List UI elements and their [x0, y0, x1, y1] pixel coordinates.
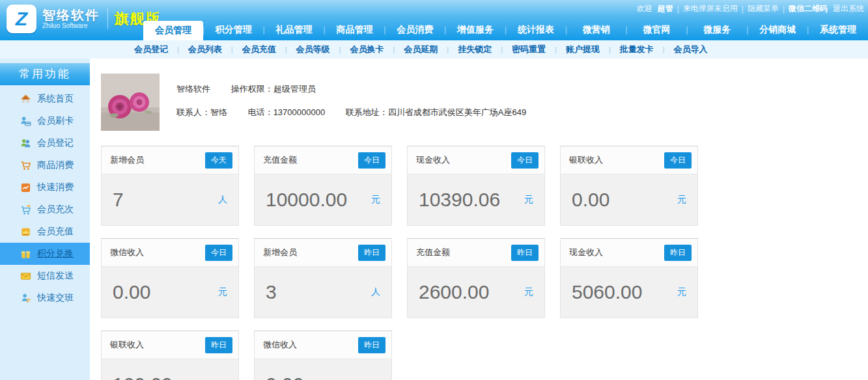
stat-card-unit: 人	[218, 194, 227, 206]
profile-info: 智络软件 操作权限：超级管理员 联系人：智络 电话：13700000000 联系…	[176, 74, 544, 131]
stat-card-unit: 元	[371, 194, 380, 206]
stat-card-header: 微信收入今日	[102, 239, 238, 267]
main-nav-tab-10[interactable]: 微服务	[687, 20, 747, 40]
sidebar-item[interactable]: 会员充值	[0, 221, 90, 243]
subnav-item-3[interactable]: 会员充值	[233, 44, 285, 55]
stat-cards: 新增会员今天7人充值金额今日10000.00元现金收入今日10390.06元银联…	[101, 146, 720, 380]
stat-card-period-badge[interactable]: 昨日	[358, 245, 385, 261]
stat-card-period-badge[interactable]: 昨日	[358, 337, 385, 353]
stat-card-title: 银联收入	[569, 154, 603, 166]
stat-card-value: 10390.06	[419, 189, 500, 211]
main-nav-tab-6[interactable]: 增值服务	[445, 20, 505, 40]
stat-card-value: 2600.00	[419, 281, 489, 303]
zhiluo-logo-icon: Z	[7, 5, 36, 33]
stat-card-body: 7人	[102, 174, 238, 225]
sidebar-item[interactable]: 会员刷卡	[0, 110, 90, 132]
sidebar-item[interactable]: 会员充次	[0, 198, 90, 221]
hide-menu-link[interactable]: 隐藏菜单	[748, 3, 779, 14]
sidebar-title: 常用功能	[0, 63, 90, 85]
call-popup-status-link[interactable]: 来电弹屏未启用	[683, 3, 738, 14]
stat-card-body: 3人	[255, 267, 391, 318]
profile-row-1: 智络软件 操作权限：超级管理员	[176, 83, 544, 95]
stat-card-header: 充值金额昨日	[408, 239, 544, 267]
stat-card-header: 现金收入昨日	[561, 239, 697, 267]
main-nav-tab-3[interactable]: 礼品管理	[264, 20, 324, 40]
sidebar-item-label: 商品消费	[37, 159, 74, 171]
logo-letter: Z	[16, 9, 27, 29]
main-nav-tab-4[interactable]: 商品管理	[324, 20, 384, 40]
sidebar-item-label: 会员登记	[37, 137, 74, 149]
stat-card-value: 100.00	[113, 373, 173, 380]
stat-card-title: 微信收入	[110, 247, 144, 258]
quick-consume-icon	[20, 182, 31, 193]
register-members-icon	[20, 138, 31, 149]
contact-text: 联系人：智络	[176, 107, 227, 117]
subnav-item-7[interactable]: 挂失锁定	[449, 44, 501, 55]
sidebar-item[interactable]: 会员登记	[0, 132, 90, 154]
stat-card-body: 0.00元	[255, 359, 391, 380]
stat-card-period-badge[interactable]: 今日	[511, 152, 539, 169]
main-nav-tab-2[interactable]: 积分管理	[204, 20, 264, 40]
subnav-item-11[interactable]: 会员导入	[665, 44, 717, 55]
stat-card-period-badge[interactable]: 昨日	[205, 337, 232, 353]
sidebar-item[interactable]: 快速消费	[0, 176, 90, 198]
company-name: 智络软件	[176, 84, 210, 94]
stat-card-header: 充值金额今日	[255, 146, 391, 174]
main-nav-tab-11[interactable]: 分销商城	[748, 20, 807, 40]
subnav: 会员登记|会员列表|会员充值|会员等级|会员换卡|会员延期|挂失锁定|密码重置|…	[0, 40, 868, 59]
stat-card: 银联收入昨日100.00元	[101, 331, 239, 380]
sidebar-item-label: 积分兑换	[37, 248, 74, 260]
stat-card-value: 5060.00	[572, 281, 642, 303]
sidebar-item[interactable]: 系统首页	[0, 88, 90, 110]
stat-card-title: 充值金额	[416, 247, 450, 258]
brand-block: 智络软件 Zhiluo Software	[42, 8, 100, 30]
app-header: Z 智络软件 Zhiluo Software 旗舰版 欢迎 超管 | 来电弹屏未…	[0, 0, 868, 40]
stat-card-header: 微信收入昨日	[255, 331, 391, 359]
main-nav-tab-7[interactable]: 统计报表	[506, 20, 566, 40]
stat-card-value: 0.00	[266, 373, 303, 380]
main-nav-tab-5[interactable]: 会员消费	[385, 20, 445, 40]
main-nav-tab-1-active[interactable]: 会员管理	[143, 21, 203, 40]
stat-card-period-badge[interactable]: 今日	[358, 152, 385, 169]
sidebar-item[interactable]: 商品消费	[0, 154, 90, 176]
main-nav-tab-8[interactable]: 微营销	[567, 20, 626, 40]
subnav-item-5[interactable]: 会员换卡	[341, 44, 393, 55]
subnav-item-1[interactable]: 会员登记	[125, 44, 177, 55]
stat-card-value: 0.00	[572, 189, 609, 211]
stat-card-value: 3	[266, 281, 277, 303]
wechat-qr-link[interactable]: 微信二维码	[789, 3, 828, 14]
profile-row-2: 联系人：智络 电话：13700000000 联系地址：四川省成都市武侯区美年广场…	[176, 107, 544, 118]
shift-change-icon	[20, 293, 31, 304]
sidebar-item[interactable]: 快速交班	[0, 287, 90, 309]
home-icon	[20, 94, 31, 105]
stat-card: 微信收入昨日0.00元	[254, 331, 392, 380]
stat-card-period-badge[interactable]: 昨日	[664, 245, 692, 261]
stat-card-period-badge[interactable]: 今日	[205, 245, 232, 261]
subnav-item-8[interactable]: 密码重置	[503, 44, 555, 55]
brand-name: 智络软件	[42, 8, 100, 22]
stat-card-period-badge[interactable]: 昨日	[511, 245, 539, 261]
stat-card: 现金收入今日10390.06元	[407, 146, 545, 226]
main-nav-tab-12[interactable]: 系统管理	[808, 20, 868, 40]
stat-card: 银联收入今日0.00元	[560, 146, 698, 226]
stat-card-period-badge[interactable]: 今天	[205, 152, 232, 169]
subnav-item-9[interactable]: 账户提现	[557, 44, 609, 55]
main-nav-tab-9[interactable]: 微官网	[627, 20, 687, 40]
sidebar-item-label: 会员充次	[37, 204, 74, 215]
sidebar-item[interactable]: 短信发送	[0, 265, 90, 287]
stat-card-title: 现金收入	[569, 247, 603, 258]
swipe-card-icon	[20, 116, 31, 127]
subnav-item-4[interactable]: 会员等级	[287, 44, 339, 55]
subnav-item-2[interactable]: 会员列表	[179, 44, 231, 55]
sidebar-item-label: 会员刷卡	[37, 115, 74, 127]
stat-card-period-badge[interactable]: 今日	[664, 152, 692, 169]
sidebar-item-active[interactable]: 积分兑换	[0, 243, 90, 265]
logout-link[interactable]: 退出系统	[833, 3, 864, 14]
subnav-item-10[interactable]: 批量发卡	[611, 44, 663, 55]
stat-card: 充值金额今日10000.00元	[254, 146, 392, 226]
stat-card-body: 10000.00元	[255, 174, 391, 225]
subnav-item-6[interactable]: 会员延期	[395, 44, 447, 55]
sidebar-item-label: 快速消费	[37, 182, 74, 193]
recharge-gold-icon	[20, 226, 31, 238]
stat-card-title: 充值金额	[263, 154, 297, 166]
